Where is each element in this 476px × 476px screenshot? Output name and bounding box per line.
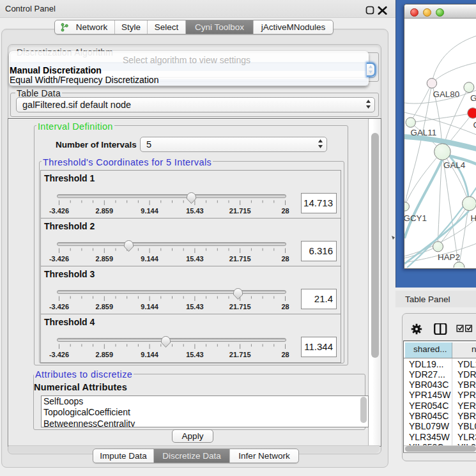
svg-text:GAL11: GAL11 xyxy=(411,128,437,137)
svg-text:GAL4: GAL4 xyxy=(443,160,466,170)
svg-text:GCY1: GCY1 xyxy=(404,213,427,223)
svg-text:GAL80: GAL80 xyxy=(433,89,460,99)
svg-text:G...: G... xyxy=(470,93,476,103)
svg-text:C: C xyxy=(473,120,476,130)
svg-text:HAP2: HAP2 xyxy=(438,252,460,262)
svg-text:H: H xyxy=(471,213,476,223)
